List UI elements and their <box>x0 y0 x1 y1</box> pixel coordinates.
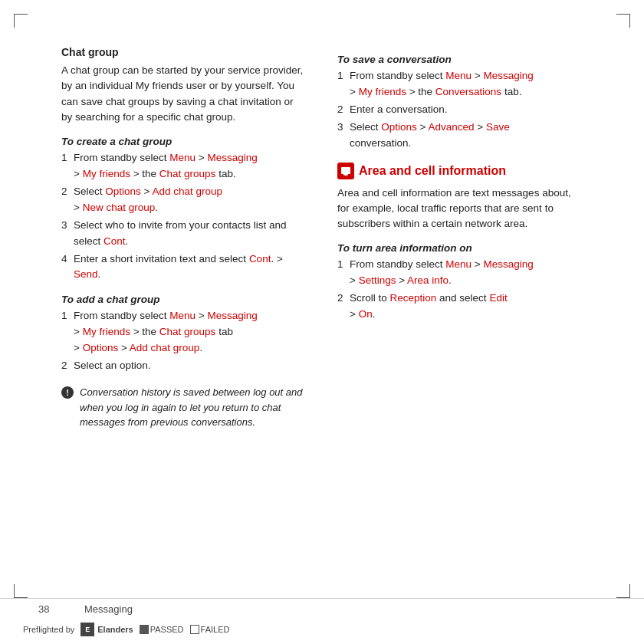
edit-link: Edit <box>489 292 507 304</box>
chatgroups-link2: Chat groups <box>159 326 216 337</box>
save-link: Save <box>486 121 510 133</box>
on-link: On <box>359 308 373 320</box>
step-num: 2 <box>61 358 67 374</box>
area-info-icon <box>337 163 354 179</box>
svg-rect-2 <box>345 175 347 176</box>
area-heading: Area and cell information <box>337 163 583 179</box>
save-step-2: 2 Enter a conversation. <box>337 102 583 118</box>
area-heading-text: Area and cell information <box>359 164 506 178</box>
messaging-link: Messaging <box>207 152 257 163</box>
left-column: Chat group A chat group can be started b… <box>23 23 322 590</box>
step-num: 1 <box>337 68 343 84</box>
note-text: Conversation history is saved between lo… <box>80 385 307 430</box>
save-heading: To save a conversation <box>337 54 583 65</box>
areainfo-link: Area info <box>407 274 449 286</box>
elanders-icon: E <box>80 623 94 636</box>
step-num: 2 <box>337 102 343 118</box>
create-step-1: 1 From standby select Menu > Messaging >… <box>61 150 307 182</box>
note-block: Conversation history is saved between lo… <box>61 385 307 430</box>
note-icon <box>61 386 74 399</box>
area-icon-svg <box>340 166 351 176</box>
messaging-link2: Messaging <box>207 310 257 321</box>
page-content: Chat group A chat group can be started b… <box>23 23 621 590</box>
brand-name: Elanders <box>97 625 133 634</box>
menu-link3: Menu <box>445 70 472 81</box>
menu-link2: Menu <box>169 310 196 321</box>
add-step-1: 1 From standby select Menu > Messaging >… <box>61 308 307 356</box>
chat-group-body: A chat group can be started by your serv… <box>61 63 307 125</box>
cont-link: Cont <box>104 235 126 247</box>
svg-rect-1 <box>343 174 348 176</box>
addchatgroup-link: Add chat group <box>152 186 222 197</box>
menu-link: Menu <box>169 152 196 163</box>
create-step-2: 2 Select Options > Add chat group > New … <box>61 184 307 216</box>
step-num: 2 <box>61 184 67 200</box>
messaging-link3: Messaging <box>483 70 533 81</box>
failed-badge: FAILED <box>190 625 230 634</box>
newchatgroup-link: New chat group <box>83 202 156 213</box>
area-body: Area and cell information are text messa… <box>337 186 583 232</box>
reception-link: Reception <box>390 292 437 304</box>
create-step-4: 4 Enter a short invitation text and sele… <box>61 251 307 284</box>
right-column: To save a conversation 1 From standby se… <box>322 23 621 590</box>
preflight-bar: Preflighted by E Elanders PASSED FAILED <box>23 623 229 636</box>
section-label: Messaging <box>84 603 133 615</box>
options-link2: Options <box>83 342 119 353</box>
chat-group-title: Chat group <box>61 46 307 58</box>
preflight-label: Preflighted by <box>23 625 74 634</box>
turn-on-steps-list: 1 From standby select Menu > Messaging >… <box>337 257 583 323</box>
create-step-3: 3 Select who to invite from your contact… <box>61 218 307 250</box>
create-steps-list: 1 From standby select Menu > Messaging >… <box>61 150 307 283</box>
failed-checkbox <box>190 625 199 634</box>
menu-link4: Menu <box>445 258 472 270</box>
page-number: 38 <box>38 603 49 615</box>
add-heading: To add a chat group <box>61 294 307 305</box>
footer: 38 Messaging Preflighted by E Elanders P… <box>0 598 644 644</box>
step-num: 1 <box>337 257 343 273</box>
options-link3: Options <box>381 121 417 133</box>
settings-link: Settings <box>359 274 396 286</box>
turn-on-heading: To turn area information on <box>337 242 583 254</box>
step-num: 4 <box>61 251 67 268</box>
svg-rect-0 <box>341 167 350 174</box>
myfriends-link3: My friends <box>359 86 406 97</box>
passed-checkbox <box>140 625 149 634</box>
elanders-logo: E Elanders <box>80 623 133 636</box>
turn-on-step-1: 1 From standby select Menu > Messaging >… <box>337 257 583 289</box>
create-heading: To create a chat group <box>61 136 307 147</box>
add-step-2: 2 Select an option. <box>61 358 307 374</box>
conversations-link: Conversations <box>435 86 501 97</box>
addchatgroup-link2: Add chat group <box>130 342 200 353</box>
advanced-link: Advanced <box>428 121 474 133</box>
turn-on-step-2: 2 Scroll to Reception and select Edit > … <box>337 291 583 323</box>
myfriends-link: My friends <box>83 168 130 179</box>
passed-badge: PASSED <box>140 625 184 634</box>
save-steps-list: 1 From standby select Menu > Messaging >… <box>337 68 583 152</box>
step-num: 3 <box>61 218 67 234</box>
messaging-link4: Messaging <box>483 258 533 270</box>
cont2-link: Cont <box>249 253 271 264</box>
add-steps-list: 1 From standby select Menu > Messaging >… <box>61 308 307 374</box>
send-link: Send <box>74 268 98 280</box>
options-link: Options <box>105 186 141 197</box>
step-num: 1 <box>61 150 67 166</box>
step-num: 3 <box>337 120 343 136</box>
save-step-1: 1 From standby select Menu > Messaging >… <box>337 68 583 100</box>
step-num: 2 <box>337 291 343 307</box>
myfriends-link2: My friends <box>83 326 130 337</box>
save-step-3: 3 Select Options > Advanced > Save conve… <box>337 120 583 152</box>
passed-label: PASSED <box>150 625 184 634</box>
failed-label: FAILED <box>201 625 230 634</box>
step-num: 1 <box>61 308 67 324</box>
chatgroups-link: Chat groups <box>159 168 216 179</box>
